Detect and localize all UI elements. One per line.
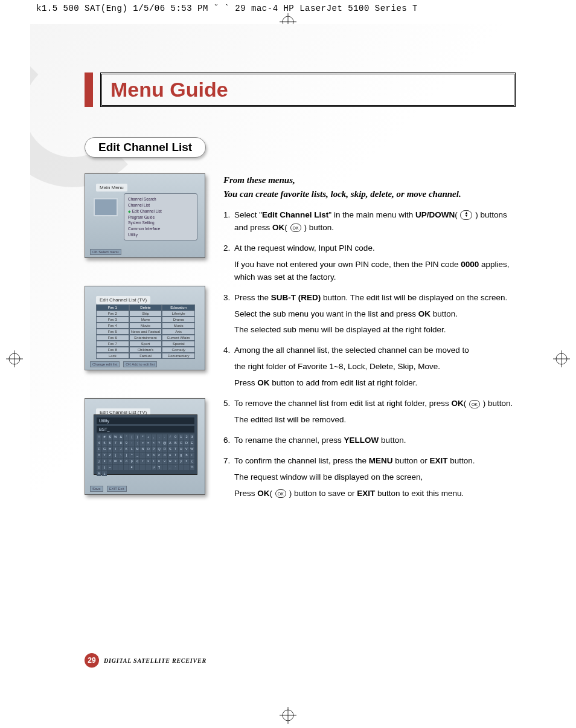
keyboard-field-label: Utility bbox=[97, 417, 194, 424]
registration-mark-bottom bbox=[280, 707, 296, 724]
table-cell: Drama bbox=[162, 317, 195, 323]
keyboard-key: > bbox=[152, 440, 156, 446]
keyboard-key: J bbox=[118, 446, 123, 452]
keyboard-key: < bbox=[140, 440, 145, 446]
keyboard-key: V bbox=[184, 446, 189, 452]
keyboard-key: [ bbox=[113, 453, 118, 458]
table-cell: Skip bbox=[129, 311, 162, 317]
table-cell: Delete bbox=[129, 304, 162, 311]
keyboard-key: F bbox=[97, 446, 101, 452]
keyboard-key: e bbox=[168, 453, 173, 458]
keyboard-key: o bbox=[124, 459, 129, 464]
page-title-bar: Menu Guide bbox=[85, 72, 516, 107]
keyboard-key bbox=[135, 465, 139, 470]
keyboard-key: p bbox=[129, 459, 134, 464]
keyboard-key: N bbox=[140, 446, 145, 452]
keyboard-key: f bbox=[173, 453, 178, 458]
keyboard-key: ~ bbox=[107, 465, 112, 470]
table-cell: Music bbox=[162, 323, 195, 329]
keyboard-key: b bbox=[152, 453, 156, 458]
keyboard-key: Z bbox=[107, 453, 112, 458]
table-cell: Lifestyle bbox=[162, 311, 195, 317]
table-cell: Children's bbox=[129, 347, 162, 353]
table-cell: Fav 1 bbox=[96, 304, 129, 311]
table-cell: Movie bbox=[129, 323, 162, 329]
keyboard-key: = bbox=[146, 440, 150, 446]
table-cell: Fav 4 bbox=[96, 323, 129, 329]
keyboard-key: r bbox=[140, 459, 145, 464]
page-title: Menu Guide bbox=[110, 78, 505, 101]
keyboard-key: { bbox=[190, 459, 194, 464]
keyboard-key bbox=[124, 465, 129, 470]
keyboard-key: K bbox=[124, 446, 129, 452]
menu-item: Channel Search bbox=[128, 196, 193, 202]
table-cell: Entertainment bbox=[129, 335, 162, 341]
keyboard-key: D bbox=[184, 440, 189, 446]
keyboard-key: 1 bbox=[179, 434, 184, 440]
step-2: At the request window, Input PIN code. I… bbox=[223, 242, 516, 284]
registration-mark-right bbox=[553, 350, 570, 367]
step-6: To rename the channel, press YELLOW butt… bbox=[223, 434, 516, 447]
updown-icon bbox=[460, 210, 472, 220]
ok-icon bbox=[469, 400, 480, 408]
keyboard-key: u bbox=[157, 459, 162, 464]
table-cell: Documentary bbox=[162, 353, 195, 359]
keyboard-key: O bbox=[146, 446, 150, 452]
keyboard-key bbox=[162, 465, 167, 470]
keyboard-key: µ bbox=[152, 465, 156, 470]
step-1: Select "Edit Channel List" in the main m… bbox=[223, 209, 516, 234]
keyboard-key: i bbox=[190, 453, 194, 458]
keyboard-key: v bbox=[162, 459, 167, 464]
menu-item: Channel List bbox=[128, 202, 193, 208]
menu-item-active: Edit Channel List bbox=[128, 208, 193, 214]
keyboard-key: ^ bbox=[129, 453, 134, 458]
page-number: 29 bbox=[85, 653, 99, 668]
table-cell: Fav 3 bbox=[96, 317, 129, 323]
table-cell: Education bbox=[162, 304, 195, 311]
keyboard-key: ! bbox=[97, 434, 101, 440]
keyboard-field-value: BST_ bbox=[97, 426, 194, 433]
keyboard-key: ] bbox=[124, 453, 129, 458]
keyboard-key: x bbox=[173, 459, 178, 464]
ok-icon bbox=[275, 489, 286, 498]
keyboard-key: & bbox=[118, 434, 123, 440]
step-4: Among the all channel list, the selected… bbox=[223, 344, 516, 390]
screenshot1-title: Main Menu bbox=[96, 184, 127, 192]
keyboard-key: d bbox=[162, 453, 167, 458]
table-cell: Arts bbox=[162, 329, 195, 335]
screenshot1-footer: OK Select menu bbox=[90, 249, 121, 255]
keyboard-key: a bbox=[146, 453, 150, 458]
page-background: Menu Guide Edit Channel List Main Menu C… bbox=[30, 24, 546, 704]
keyboard-key: \ bbox=[118, 453, 123, 458]
keyboard-key: c bbox=[157, 453, 162, 458]
keyboard-key bbox=[113, 465, 118, 470]
keyboard-key: 0 bbox=[173, 434, 178, 440]
ok-icon bbox=[290, 224, 301, 232]
keyboard-key: G bbox=[102, 446, 107, 452]
keyboard-key: T bbox=[173, 446, 178, 452]
table-cell: Factual bbox=[129, 353, 162, 359]
keyboard-key: 9 bbox=[124, 440, 129, 446]
keyboard-key: Q bbox=[157, 446, 162, 452]
keyboard-key: q bbox=[135, 459, 139, 464]
keyboard-key: ¿ bbox=[102, 471, 107, 476]
keyboard-key: ' bbox=[124, 434, 129, 440]
keyboard-key: / bbox=[168, 434, 173, 440]
keyboard-key: g bbox=[179, 453, 184, 458]
keyboard-key: 3 bbox=[190, 434, 194, 440]
keyboard-key: s bbox=[146, 459, 150, 464]
screenshot2-footer: OK Add to edit list bbox=[123, 361, 157, 367]
keyboard-key: z bbox=[184, 459, 189, 464]
keyboard-key: 8 bbox=[118, 440, 123, 446]
screenshot-onscreen-keyboard: Edit Channel List (TV) Utility BST_ !#$%… bbox=[85, 398, 205, 495]
table-cell: Fav 8 bbox=[96, 347, 129, 353]
table-cell: Fav 5 bbox=[96, 329, 129, 335]
keyboard-key: , bbox=[168, 465, 173, 470]
keyboard-key: | bbox=[97, 465, 101, 470]
keyboard-key: _ bbox=[135, 453, 139, 458]
keyboard-key: ` bbox=[140, 453, 145, 458]
keyboard-key: 6 bbox=[107, 440, 112, 446]
step-3: Press the SUB-T (RED) button. The edit l… bbox=[223, 292, 516, 337]
screenshot-edit-channel-list: Edit Channel List (TV) Fav 1DeleteEducat… bbox=[85, 286, 205, 370]
keyboard-key: n bbox=[118, 459, 123, 464]
